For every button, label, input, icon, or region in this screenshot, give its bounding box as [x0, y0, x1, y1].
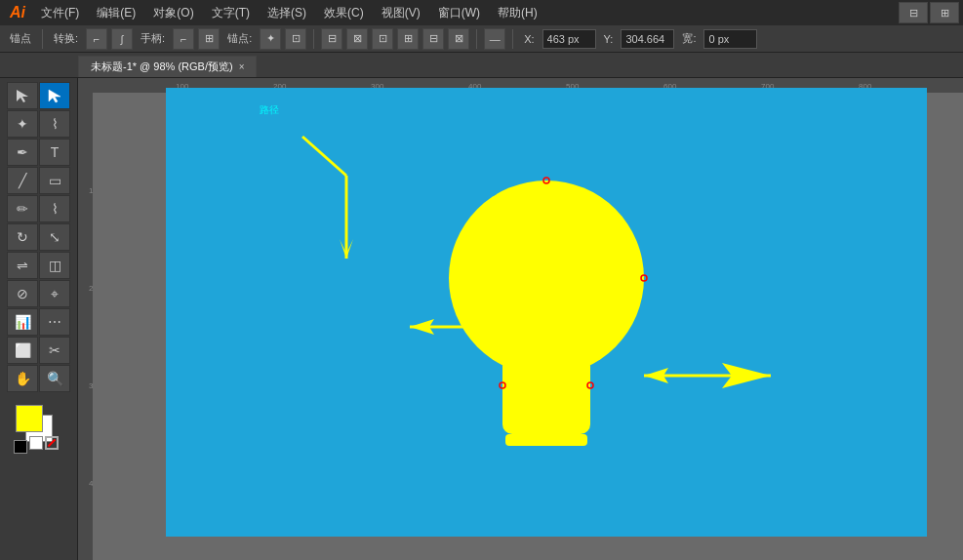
- tab-title: 未标题-1* @ 98% (RGB/预览): [91, 60, 233, 74]
- menu-object[interactable]: 对象(O): [145, 3, 201, 23]
- menu-text[interactable]: 文字(T): [204, 3, 258, 23]
- x-input[interactable]: [542, 29, 596, 49]
- measure-tool[interactable]: ⌖: [39, 280, 70, 307]
- type-tool[interactable]: T: [39, 139, 70, 166]
- svg-rect-16: [505, 434, 587, 446]
- w-input[interactable]: [703, 29, 757, 49]
- tool-row-10: ⬜ ✂: [7, 337, 70, 364]
- align-btn1[interactable]: ⊟: [321, 28, 342, 50]
- tool-row-7: ⇌ ◫: [7, 252, 70, 279]
- x-label: X:: [520, 33, 538, 45]
- transform-label: 转换:: [50, 31, 82, 46]
- w-label: 宽:: [678, 31, 700, 46]
- dash-btn[interactable]: —: [484, 28, 505, 50]
- graph-tool[interactable]: 📊: [7, 308, 38, 336]
- slice-tool[interactable]: ✂: [39, 337, 70, 364]
- tool-row-6: ↻ ⤡: [7, 223, 70, 251]
- symbol-tool[interactable]: ⋯: [39, 308, 70, 336]
- align-btn5[interactable]: ⊟: [422, 28, 444, 50]
- svg-text:300: 300: [89, 381, 93, 390]
- menu-select[interactable]: 选择(S): [260, 3, 314, 23]
- align-btn2[interactable]: ⊠: [346, 28, 368, 50]
- zoom-tool[interactable]: 🔍: [39, 365, 70, 392]
- workspace-btn[interactable]: ⊟: [899, 2, 928, 23]
- gradient-tool[interactable]: ◫: [39, 252, 70, 279]
- canvas-area: 100 200 300 400 500 600 700 800 100 200 …: [78, 78, 963, 560]
- menu-effect[interactable]: 效果(C): [316, 3, 372, 23]
- tool-row-2: ✦ ⌇: [7, 110, 70, 138]
- anchor-opt2[interactable]: ⊡: [285, 28, 306, 50]
- svg-rect-9: [78, 93, 93, 560]
- sep2: [313, 29, 314, 49]
- eyedropper-tool[interactable]: ⊘: [7, 280, 38, 307]
- handle-opt1[interactable]: ⌐: [173, 28, 194, 50]
- anchor2-label: 锚点:: [223, 31, 256, 46]
- svg-rect-15: [502, 356, 590, 434]
- swap-colors-btn[interactable]: [29, 436, 43, 450]
- svg-point-14: [449, 180, 644, 376]
- handle-opt2[interactable]: ⊞: [198, 28, 220, 50]
- tool-row-4: ╱ ▭: [7, 167, 70, 194]
- align-btn3[interactable]: ⊡: [372, 28, 393, 50]
- direct-select-tool[interactable]: [39, 82, 70, 109]
- options-toolbar: 锚点 转换: ⌐ ∫ 手柄: ⌐ ⊞ 锚点: ✦ ⊡ ⊟ ⊠ ⊡ ⊞ ⊟ ⊠ —…: [0, 25, 963, 53]
- pen-tool[interactable]: ✒: [7, 139, 38, 166]
- handle-label: 手柄:: [137, 31, 169, 46]
- arrange-btn[interactable]: ⊞: [930, 2, 959, 23]
- line-tool[interactable]: ╱: [7, 167, 38, 194]
- svg-text:400: 400: [89, 479, 93, 488]
- lasso-tool[interactable]: ⌇: [39, 110, 70, 138]
- canvas-label: 路径: [260, 103, 279, 117]
- tool-row-1: [7, 82, 70, 109]
- app-logo: Ai: [4, 0, 31, 25]
- svg-text:100: 100: [89, 186, 93, 195]
- sep1: [42, 29, 43, 49]
- blend-tool[interactable]: ⇌: [7, 252, 38, 279]
- foreground-color-swatch[interactable]: [16, 405, 43, 432]
- align-btn6[interactable]: ⊠: [448, 28, 469, 50]
- menu-file[interactable]: 文件(F): [33, 3, 87, 23]
- sep4: [512, 29, 513, 49]
- rotate-tool[interactable]: ↻: [7, 223, 38, 251]
- artboard-tool[interactable]: ⬜: [7, 337, 38, 364]
- svg-text:200: 200: [89, 284, 93, 293]
- default-colors-btn[interactable]: [14, 440, 27, 454]
- tab-close-btn[interactable]: ×: [239, 61, 245, 72]
- menu-edit[interactable]: 编辑(E): [89, 3, 143, 23]
- ruler-left: 100 200 300 400: [78, 93, 93, 560]
- tab-bar: 未标题-1* @ 98% (RGB/预览) ×: [0, 53, 963, 78]
- magic-wand-tool[interactable]: ✦: [7, 110, 38, 138]
- main-area: ✦ ⌇ ✒ T ╱ ▭ ✏ ⌇ ↻ ⤡ ⇌ ◫ ⊘ ⌖ 📊 ⋯: [0, 78, 963, 560]
- artboard: 路径: [166, 88, 927, 537]
- anchor-label: 锚点: [6, 31, 35, 46]
- y-label: Y:: [600, 33, 618, 45]
- tool-row-8: ⊘ ⌖: [7, 280, 70, 307]
- hand-tool[interactable]: ✋: [7, 365, 38, 392]
- menu-window[interactable]: 窗口(W): [430, 3, 488, 23]
- menu-help[interactable]: 帮助(H): [490, 3, 545, 23]
- pencil-tool[interactable]: ✏: [7, 195, 38, 222]
- sep3: [476, 29, 477, 49]
- document-tab[interactable]: 未标题-1* @ 98% (RGB/预览) ×: [78, 56, 257, 77]
- svg-line-29: [302, 137, 346, 176]
- select-tool[interactable]: [7, 82, 38, 109]
- tool-row-5: ✏ ⌇: [7, 195, 70, 222]
- tool-row-3: ✒ T: [7, 139, 70, 166]
- smooth-btn[interactable]: ∫: [111, 28, 133, 50]
- anchor-opt1[interactable]: ✦: [260, 28, 281, 50]
- tool-row-9: 📊 ⋯: [7, 308, 70, 336]
- none-color-btn[interactable]: [45, 436, 59, 450]
- scale-tool[interactable]: ⤡: [39, 223, 70, 251]
- corner-btn[interactable]: ⌐: [86, 28, 107, 50]
- rect-tool[interactable]: ▭: [39, 167, 70, 194]
- align-btn4[interactable]: ⊞: [397, 28, 419, 50]
- brush-tool[interactable]: ⌇: [39, 195, 70, 222]
- menu-bar: Ai 文件(F) 编辑(E) 对象(O) 文字(T) 选择(S) 效果(C) 视…: [0, 0, 963, 25]
- y-input[interactable]: [621, 29, 674, 49]
- tool-row-11: ✋ 🔍: [7, 365, 70, 392]
- left-toolbar: ✦ ⌇ ✒ T ╱ ▭ ✏ ⌇ ↻ ⤡ ⇌ ◫ ⊘ ⌖ 📊 ⋯: [0, 78, 78, 560]
- menu-view[interactable]: 视图(V): [374, 3, 428, 23]
